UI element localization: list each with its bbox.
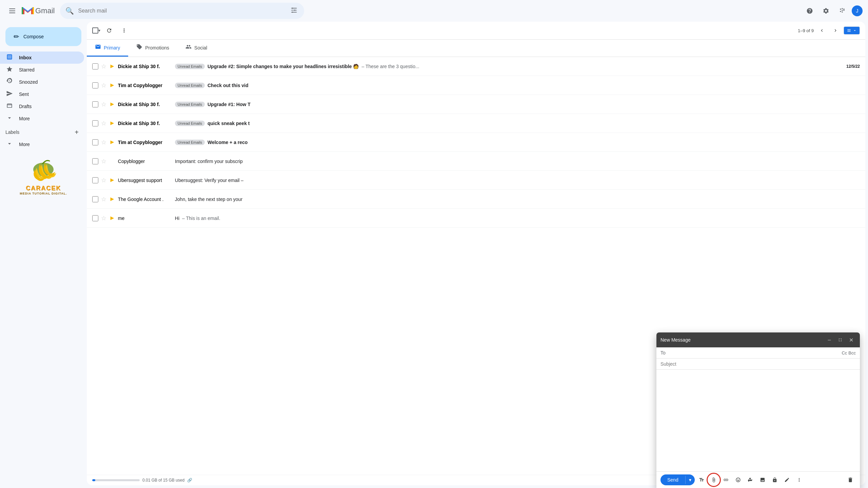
signature-button[interactable] — [782, 474, 792, 485]
star-button[interactable]: ☆ — [101, 158, 106, 165]
emoji-button[interactable] — [733, 474, 744, 485]
email-checkbox[interactable] — [92, 101, 98, 107]
sidebar-item-label-snoozed: Snoozed — [19, 79, 79, 85]
sent-icon — [5, 90, 14, 99]
table-row[interactable]: ☆ ► Tim at Copyblogger Unread Emails Wel… — [87, 133, 865, 152]
search-filter-button[interactable] — [289, 5, 299, 17]
link-button[interactable] — [721, 474, 731, 485]
topbar-right: J — [803, 4, 863, 18]
tab-primary[interactable]: Primary — [87, 40, 128, 57]
sidebar-item-label-drafts: Drafts — [19, 104, 79, 109]
tab-promotions[interactable]: Promotions — [128, 40, 177, 57]
svg-point-6 — [294, 9, 295, 11]
star-button[interactable]: ☆ — [101, 120, 106, 127]
table-row[interactable]: ☆ ► Dickie at Ship 30 f. Unread Emails U… — [87, 57, 865, 76]
table-row[interactable]: ☆ ► Dickie at Ship 30 f. Unread Emails q… — [87, 114, 865, 133]
email-checkbox[interactable] — [92, 177, 98, 183]
minimize-compose-button[interactable]: – — [825, 335, 834, 345]
cc-button[interactable]: Cc — [842, 350, 847, 355]
manage-storage-icon[interactable]: 🔗 — [187, 478, 192, 483]
prev-page-button[interactable] — [816, 25, 827, 36]
sidebar-item-starred[interactable]: Starred — [0, 64, 84, 76]
view-toggle[interactable] — [844, 26, 860, 35]
more-label-2: More — [19, 142, 30, 147]
star-button[interactable]: ☆ — [101, 101, 106, 108]
email-checkbox[interactable] — [92, 63, 98, 69]
close-compose-button[interactable]: ✕ — [846, 335, 856, 345]
tab-social[interactable]: Social — [177, 40, 215, 57]
sidebar-item-snoozed[interactable]: Snoozed — [0, 76, 84, 88]
primary-tab-icon — [95, 44, 101, 52]
compose-body-input[interactable] — [656, 370, 860, 471]
compose-header[interactable]: New Message – ✕ — [656, 332, 860, 347]
star-button[interactable]: ☆ — [101, 196, 106, 203]
subject-input[interactable] — [660, 361, 856, 367]
table-row[interactable]: ☆ ► The Google Account . John, take the … — [87, 190, 865, 209]
star-button[interactable]: ☆ — [101, 177, 106, 184]
subject-field — [656, 359, 860, 370]
bcc-button[interactable]: Bcc — [848, 350, 856, 355]
sender-name: Tim at Copyblogger — [118, 83, 172, 88]
star-button[interactable]: ☆ — [101, 139, 106, 146]
expand-compose-button[interactable] — [835, 335, 845, 345]
more-toolbar-button[interactable] — [118, 24, 130, 37]
important-marker: ► — [109, 101, 115, 108]
select-all-checkbox[interactable] — [92, 27, 98, 34]
menu-button[interactable] — [5, 4, 19, 18]
gmail-logo-text: Gmail — [35, 6, 55, 15]
table-row[interactable]: ☆ ► me Hi – This is an email. — [87, 209, 865, 228]
email-checkbox[interactable] — [92, 120, 98, 126]
send-button[interactable]: Send — [660, 474, 685, 485]
settings-button[interactable] — [819, 4, 833, 18]
apps-button[interactable] — [835, 4, 849, 18]
more-toggle-2[interactable]: More — [0, 138, 84, 150]
tab-primary-label: Primary — [104, 45, 120, 50]
attach-button[interactable] — [708, 474, 719, 485]
star-button[interactable]: ☆ — [101, 215, 106, 222]
sender-name: Dickie at Ship 30 f. — [118, 121, 172, 126]
sender-name: me — [118, 216, 172, 221]
discard-draft-button[interactable] — [845, 474, 856, 485]
next-page-button[interactable] — [830, 25, 841, 36]
table-row[interactable]: ☆ ► Copyblogger Important: confirm your … — [87, 152, 865, 171]
compose-button[interactable]: ✏ Compose — [5, 27, 81, 46]
drive-button[interactable] — [745, 474, 756, 485]
avatar[interactable]: J — [852, 5, 863, 16]
email-checkbox[interactable] — [92, 82, 98, 88]
more-toggle-1[interactable]: More — [0, 113, 84, 125]
send-options-button[interactable]: ▾ — [686, 474, 695, 485]
table-row[interactable]: ☆ ► Ubersuggest support Ubersuggest: Ver… — [87, 171, 865, 190]
more-options-button[interactable] — [794, 474, 805, 485]
table-row[interactable]: ☆ ► Dickie at Ship 30 f. Unread Emails U… — [87, 95, 865, 114]
sidebar-item-inbox[interactable]: Inbox — [0, 52, 84, 64]
email-checkbox[interactable] — [92, 158, 98, 164]
help-button[interactable] — [803, 4, 816, 18]
sidebar-item-drafts[interactable]: Drafts — [0, 100, 84, 113]
email-checkbox[interactable] — [92, 215, 98, 221]
to-field: To Cc Bcc — [656, 347, 860, 359]
unread-badge: Unread Emails — [175, 140, 205, 145]
gmail-logo[interactable]: Gmail — [22, 6, 55, 16]
refresh-button[interactable] — [103, 24, 115, 37]
formatting-button[interactable] — [696, 474, 707, 485]
star-button[interactable]: ☆ — [101, 63, 106, 70]
add-label-button[interactable]: + — [72, 127, 81, 137]
select-dropdown-chevron[interactable]: ▾ — [98, 28, 100, 33]
photo-button[interactable] — [757, 474, 768, 485]
storage-bar — [92, 479, 140, 481]
sidebar-item-sent[interactable]: Sent — [0, 88, 84, 100]
cc-bcc-actions: Cc Bcc — [842, 350, 856, 355]
email-checkbox[interactable] — [92, 196, 98, 202]
search-input[interactable] — [78, 8, 285, 14]
email-date: 12/5/22 — [840, 64, 860, 69]
important-marker: ► — [109, 215, 115, 222]
table-row[interactable]: ☆ ► Tim at Copyblogger Unread Emails Che… — [87, 76, 865, 95]
compose-icon: ✏ — [14, 33, 19, 41]
to-input[interactable] — [671, 350, 839, 355]
email-content: Ubersuggest: Verify your email – — [175, 178, 837, 183]
email-checkbox[interactable] — [92, 139, 98, 145]
svg-rect-1 — [9, 11, 15, 11]
star-button[interactable]: ☆ — [101, 82, 106, 89]
lock-button[interactable] — [769, 474, 780, 485]
email-snippet: – This is an email. — [182, 216, 220, 221]
